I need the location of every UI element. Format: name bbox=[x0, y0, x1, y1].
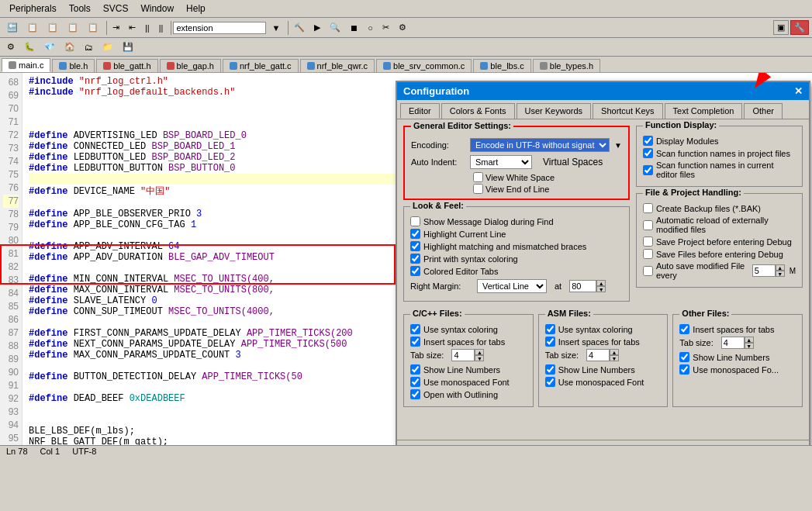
auto-save-up[interactable]: ▲ bbox=[776, 264, 785, 271]
right-margin-select[interactable]: Vertical Line bbox=[477, 279, 547, 293]
cb-auto-save-input[interactable] bbox=[643, 266, 653, 276]
other-tabsize-down[interactable]: ▼ bbox=[745, 343, 754, 349]
toolbar-btn-search2[interactable]: 🔍 bbox=[326, 20, 344, 35]
cb-display-modules-input[interactable] bbox=[643, 136, 653, 146]
dialog-tab-shortcuts[interactable]: Shortcut Keys bbox=[593, 103, 662, 119]
cb-asm-mono-input[interactable] bbox=[545, 377, 555, 387]
search-dropdown[interactable]: ▼ bbox=[268, 21, 284, 35]
cb-save-project-label: Save Project before entering Debug bbox=[656, 237, 792, 247]
tb2-btn7[interactable]: 💾 bbox=[119, 40, 137, 54]
tab-ble-h[interactable]: ble.h bbox=[52, 59, 95, 72]
cb-auto-save: Auto save modified File every ▲ ▼ M bbox=[643, 261, 796, 280]
menu-tools[interactable]: Tools bbox=[63, 2, 97, 16]
cb-cpp-mono-input[interactable] bbox=[410, 377, 420, 387]
menu-help[interactable]: Help bbox=[180, 2, 212, 16]
dialog-close-button[interactable]: ✕ bbox=[794, 85, 803, 97]
cb-asm-syntax: Use syntax coloring bbox=[545, 324, 662, 334]
cb-msg-dialog-input[interactable] bbox=[410, 216, 420, 226]
asm-tabsize-input[interactable] bbox=[586, 349, 610, 361]
toolbar-btn-view[interactable]: ▣ bbox=[773, 20, 789, 35]
cpp-tabsize-input[interactable] bbox=[451, 349, 475, 361]
toolbar-btn-4[interactable]: 📋 bbox=[64, 20, 82, 35]
cb-other-mono-input[interactable] bbox=[679, 364, 689, 375]
toolbar-btn-wrench[interactable]: 🔧 bbox=[790, 20, 809, 35]
tab-srv-common[interactable]: ble_srv_common.c bbox=[376, 59, 472, 72]
menu-window[interactable]: Window bbox=[134, 2, 180, 16]
line-numbers: 6869707172 73747576 77 7879808182 838485… bbox=[0, 73, 22, 445]
toolbar-btn-stop[interactable]: ⏹ bbox=[346, 21, 362, 35]
cb-cpp-outlining-input[interactable] bbox=[410, 389, 420, 399]
tb2-btn4[interactable]: 🏠 bbox=[60, 40, 79, 54]
auto-save-down[interactable]: ▼ bbox=[776, 271, 785, 277]
dialog-tab-completion[interactable]: Text Completion bbox=[665, 103, 743, 119]
right-margin-value[interactable] bbox=[569, 280, 596, 292]
tab-nrf-ble-gatt[interactable]: nrf_ble_gatt.c bbox=[223, 59, 299, 72]
cb-asm-syntax-input[interactable] bbox=[545, 324, 555, 334]
view-eol-cb[interactable] bbox=[473, 184, 483, 194]
dialog-tab-other[interactable]: Other bbox=[744, 103, 783, 119]
cb-backup-input[interactable] bbox=[643, 203, 653, 213]
menu-svcs[interactable]: SVCS bbox=[97, 2, 135, 16]
dialog-tab-keywords[interactable]: User Keywords bbox=[517, 103, 592, 119]
cb-cpp-mono: Use monospaced Font bbox=[410, 377, 527, 387]
cb-other-linenums-input[interactable] bbox=[679, 352, 689, 362]
tab-lbs[interactable]: ble_lbs.c bbox=[473, 59, 530, 72]
cb-asm-linenums-input[interactable] bbox=[545, 364, 555, 375]
cb-scan-editor-input[interactable] bbox=[643, 165, 653, 175]
cb-scan-project-input[interactable] bbox=[643, 148, 653, 158]
menu-peripherals[interactable]: Peripherals bbox=[3, 2, 63, 16]
other-tabsize-input[interactable] bbox=[721, 337, 745, 349]
toolbar-btn-run[interactable]: ▶ bbox=[310, 20, 324, 35]
cb-asm-spaces-input[interactable] bbox=[545, 337, 555, 347]
toolbar-btn-indent[interactable]: ⇥ bbox=[109, 20, 123, 35]
toolbar-btn-3[interactable]: 📋 bbox=[43, 20, 62, 35]
toolbar-btn-build[interactable]: 🔨 bbox=[290, 20, 309, 35]
toolbar-btn-comment[interactable]: || bbox=[141, 21, 154, 35]
cb-other-spaces-input[interactable] bbox=[679, 324, 689, 334]
tab-ble-gap[interactable]: ble_gap.h bbox=[160, 59, 221, 72]
auto-indent-select[interactable]: Smart bbox=[470, 155, 532, 169]
asm-tabsize-down[interactable]: ▼ bbox=[610, 355, 619, 361]
encoding-dropdown-arrow[interactable]: ▼ bbox=[614, 141, 622, 150]
other-tabsize-up[interactable]: ▲ bbox=[745, 337, 754, 343]
cb-cpp-spaces-input[interactable] bbox=[410, 337, 420, 347]
right-margin-down[interactable]: ▼ bbox=[596, 286, 606, 292]
cb-auto-reload-input[interactable] bbox=[643, 220, 653, 230]
tb2-btn1[interactable]: ⚙ bbox=[3, 40, 19, 54]
toolbar-btn-scissors[interactable]: ✂ bbox=[378, 20, 393, 35]
tb2-btn2[interactable]: 🐛 bbox=[20, 40, 39, 54]
tb2-btn5[interactable]: 🗂 bbox=[81, 40, 97, 54]
toolbar-btn-2[interactable]: 📋 bbox=[23, 20, 42, 35]
asm-tabsize-up[interactable]: ▲ bbox=[610, 349, 619, 355]
dialog-tab-colors[interactable]: Colors & Fonts bbox=[441, 103, 515, 119]
tb2-btn3[interactable]: 💎 bbox=[40, 40, 59, 54]
cb-colored-tabs-input[interactable] bbox=[410, 266, 420, 276]
cb-highlight-line-input[interactable] bbox=[410, 229, 420, 239]
toolbar-btn-more[interactable]: ⚙ bbox=[395, 20, 410, 35]
toolbar-btn-circle[interactable]: ○ bbox=[364, 21, 377, 35]
cb-save-files-input[interactable] bbox=[643, 249, 653, 259]
cpp-tabsize-down[interactable]: ▼ bbox=[475, 355, 484, 361]
cpp-tabsize-up[interactable]: ▲ bbox=[475, 349, 484, 355]
cb-highlight-braces-input[interactable] bbox=[410, 241, 420, 251]
dialog-tab-editor[interactable]: Editor bbox=[400, 103, 440, 119]
encoding-select[interactable]: Encode in UTF-8 without signature bbox=[470, 138, 610, 152]
toolbar-btn-uncomment[interactable]: || bbox=[155, 21, 168, 35]
tab-main-c[interactable]: main.c bbox=[2, 58, 50, 72]
right-margin-up[interactable]: ▲ bbox=[596, 280, 606, 286]
toolbar-btn-1[interactable]: 🔙 bbox=[3, 20, 22, 35]
cb-cpp-linenums-input[interactable] bbox=[410, 364, 420, 375]
tb2-btn6[interactable]: 📁 bbox=[98, 40, 117, 54]
cb-print-syntax-input[interactable] bbox=[410, 254, 420, 264]
cb-save-project-input[interactable] bbox=[643, 237, 653, 247]
toolbar-btn-5[interactable]: 📋 bbox=[84, 20, 102, 35]
tab-ble-gatt[interactable]: ble_gatt.h bbox=[96, 59, 157, 72]
tab-nrf-qwr[interactable]: nrf_ble_qwr.c bbox=[300, 59, 375, 72]
view-whitespace-cb[interactable] bbox=[473, 172, 483, 182]
tab-icon-ble bbox=[59, 62, 67, 70]
tab-types[interactable]: ble_types.h bbox=[533, 59, 600, 72]
search-input[interactable] bbox=[173, 22, 266, 34]
cb-cpp-syntax-input[interactable] bbox=[410, 324, 420, 334]
auto-save-value[interactable] bbox=[752, 264, 776, 277]
toolbar-btn-unindent[interactable]: ⇤ bbox=[125, 20, 140, 35]
